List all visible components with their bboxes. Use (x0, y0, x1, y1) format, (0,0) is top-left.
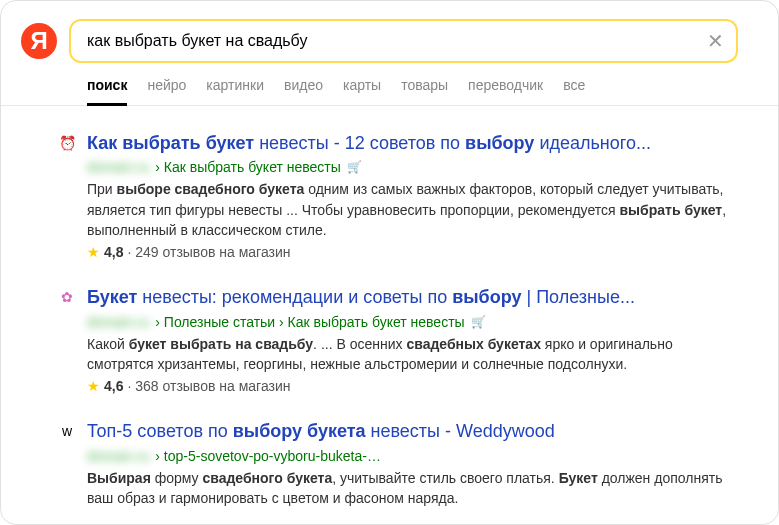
result-domain: domain.ru (87, 314, 149, 330)
result-snippet: Какой букет выбрать на свадьбу. ... В ос… (87, 334, 738, 375)
result-domain: domain.ru (87, 159, 149, 175)
rating-value: 4,8 (104, 244, 123, 260)
result-breadcrumb: › top-5-sovetov-po-vyboru-buketa-… (155, 448, 381, 464)
search-result: ✿Букет невесты: рекомендации и советы по… (87, 286, 738, 394)
result-breadcrumb: › Как выбрать букет невесты (155, 159, 341, 175)
tab-карты[interactable]: карты (343, 77, 381, 105)
tab-нейро[interactable]: нейро (147, 77, 186, 105)
logo-letter: Я (30, 27, 47, 55)
result-snippet: При выборе свадебного букета одним из са… (87, 179, 738, 240)
favicon-icon: ✿ (59, 289, 75, 305)
result-breadcrumb: › Полезные статьи › Как выбрать букет не… (155, 314, 464, 330)
tab-видео[interactable]: видео (284, 77, 323, 105)
search-result: wТоп-5 советов по выбору букета невесты … (87, 420, 738, 508)
clear-icon[interactable]: ✕ (707, 31, 724, 51)
tab-переводчик[interactable]: переводчик (468, 77, 543, 105)
result-url[interactable]: domain.ru › Как выбрать букет невесты🛒 (87, 159, 738, 175)
tab-картинки[interactable]: картинки (206, 77, 264, 105)
result-snippet: Выбирая форму свадебного букета, учитыва… (87, 468, 738, 509)
tab-товары[interactable]: товары (401, 77, 448, 105)
cart-icon: 🛒 (471, 315, 486, 329)
tabs-nav: поискнейрокартинкивидеокартытоварыперево… (1, 63, 778, 106)
star-icon: ★ (87, 244, 100, 260)
tab-поиск[interactable]: поиск (87, 77, 127, 105)
result-url[interactable]: domain.ru › top-5-sovetov-po-vyboru-buke… (87, 448, 738, 464)
search-input[interactable] (69, 19, 738, 63)
result-domain: domain.ru (87, 448, 149, 464)
results-list: ⏰Как выбрать букет невесты - 12 советов … (1, 106, 778, 525)
result-rating: ★4,8 · 249 отзывов на магазин (87, 244, 738, 260)
favicon-icon: w (59, 423, 75, 439)
yandex-logo[interactable]: Я (21, 23, 57, 59)
result-rating: ★4,6 · 368 отзывов на магазин (87, 378, 738, 394)
favicon-icon: ⏰ (59, 135, 75, 151)
cart-icon: 🛒 (347, 160, 362, 174)
result-url[interactable]: domain.ru › Полезные статьи › Как выбрат… (87, 314, 738, 330)
result-title[interactable]: Как выбрать букет невесты - 12 советов п… (87, 132, 738, 155)
result-title[interactable]: Букет невесты: рекомендации и советы по … (87, 286, 738, 309)
rating-value: 4,6 (104, 378, 123, 394)
search-result: ⏰Как выбрать букет невесты - 12 советов … (87, 132, 738, 260)
header: Я ✕ (1, 1, 778, 63)
reviews-count: · 368 отзывов на магазин (127, 378, 290, 394)
star-icon: ★ (87, 378, 100, 394)
search-container: ✕ (69, 19, 738, 63)
tab-все[interactable]: все (563, 77, 585, 105)
reviews-count: · 249 отзывов на магазин (127, 244, 290, 260)
result-title[interactable]: Топ-5 советов по выбору букета невесты -… (87, 420, 738, 443)
